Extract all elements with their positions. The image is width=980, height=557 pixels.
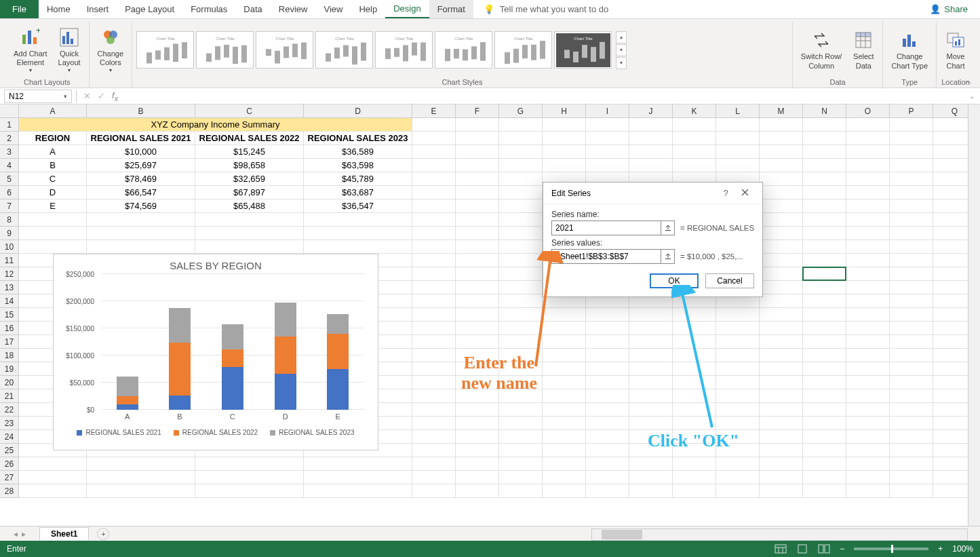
cell[interactable]	[499, 132, 543, 145]
cell[interactable]	[803, 172, 846, 186]
cell[interactable]	[499, 484, 543, 498]
cell[interactable]	[846, 240, 890, 254]
cell[interactable]	[629, 457, 673, 471]
cell[interactable]	[803, 240, 846, 254]
cell[interactable]: $10,000	[87, 145, 195, 159]
cell[interactable]	[412, 349, 456, 362]
row-header[interactable]: 12	[0, 267, 19, 281]
horizontal-scrollbar[interactable]	[591, 529, 968, 541]
cell[interactable]	[412, 199, 456, 213]
cell[interactable]	[456, 118, 499, 132]
cell[interactable]	[760, 240, 803, 254]
cell[interactable]: B	[19, 159, 87, 172]
chart-bar-segment[interactable]	[327, 334, 349, 369]
menu-tab-home[interactable]: Home	[39, 0, 79, 18]
cell[interactable]	[846, 335, 890, 349]
cell[interactable]	[543, 417, 586, 430]
chart-style-thumbnail[interactable]: Chart Title	[554, 31, 612, 69]
cell[interactable]	[586, 349, 629, 362]
cell[interactable]	[890, 430, 933, 444]
cell[interactable]	[803, 186, 846, 199]
cell[interactable]: $66,547	[87, 186, 195, 199]
cell[interactable]	[543, 159, 586, 172]
cell[interactable]	[846, 172, 890, 186]
cell[interactable]	[87, 457, 195, 471]
cell[interactable]: A	[19, 145, 87, 159]
cell[interactable]	[456, 199, 499, 213]
cell[interactable]	[499, 430, 543, 444]
cell[interactable]	[586, 308, 629, 322]
cell[interactable]	[803, 457, 846, 471]
cell[interactable]	[760, 349, 803, 362]
menu-tab-design[interactable]: Design	[385, 0, 429, 18]
cell[interactable]	[195, 457, 304, 471]
cell[interactable]	[499, 444, 543, 457]
chart-style-scroll-down[interactable]: ▾	[616, 44, 627, 56]
cell[interactable]	[499, 417, 543, 430]
row-header[interactable]: 26	[0, 457, 19, 471]
cell[interactable]	[890, 349, 933, 362]
cell[interactable]	[195, 213, 304, 227]
cell[interactable]	[803, 145, 846, 159]
row-header[interactable]: 13	[0, 281, 19, 294]
row-header[interactable]: 8	[0, 213, 19, 227]
cell[interactable]	[412, 294, 456, 308]
cell[interactable]	[19, 227, 87, 240]
cell[interactable]	[412, 186, 456, 199]
row-header[interactable]: 6	[0, 186, 19, 199]
collapse-ribbon-button[interactable]: ︿	[964, 76, 972, 86]
row-header[interactable]: 4	[0, 159, 19, 172]
cancel-formula-icon[interactable]: ✕	[83, 91, 91, 101]
cell[interactable]	[629, 349, 673, 362]
cell[interactable]	[586, 322, 629, 335]
cell[interactable]	[716, 132, 760, 145]
chart-bar-segment[interactable]	[275, 303, 296, 337]
cell[interactable]	[846, 457, 890, 471]
cell[interactable]	[456, 132, 499, 145]
cell[interactable]	[543, 484, 586, 498]
cell[interactable]	[412, 335, 456, 349]
cell[interactable]	[87, 213, 195, 227]
cell[interactable]	[846, 213, 890, 227]
cell[interactable]	[412, 403, 456, 417]
cell[interactable]	[716, 484, 760, 498]
cell[interactable]	[456, 484, 499, 498]
chart-bar-segment[interactable]	[275, 337, 296, 373]
chart-legend-item[interactable]: REGIONAL SALES 2023	[270, 429, 354, 436]
cell[interactable]	[716, 118, 760, 132]
vertical-scrollbar[interactable]	[968, 104, 980, 526]
cell[interactable]	[760, 376, 803, 389]
cell[interactable]	[890, 376, 933, 389]
cell[interactable]	[673, 471, 716, 484]
cell[interactable]	[499, 172, 543, 186]
chart-bar-segment[interactable]	[117, 404, 138, 410]
cell[interactable]	[586, 457, 629, 471]
cell[interactable]	[846, 118, 890, 132]
cell[interactable]	[760, 457, 803, 471]
cell[interactable]	[629, 417, 673, 430]
cell[interactable]	[760, 362, 803, 376]
menu-tab-format[interactable]: Format	[429, 0, 473, 18]
chart-style-thumbnail[interactable]: Chart Title	[196, 31, 254, 69]
cell[interactable]	[846, 403, 890, 417]
cell[interactable]	[499, 145, 543, 159]
cell[interactable]	[87, 227, 195, 240]
row-header[interactable]: 25	[0, 444, 19, 457]
cell[interactable]	[586, 484, 629, 498]
cell[interactable]	[629, 389, 673, 403]
cell[interactable]	[760, 444, 803, 457]
cell[interactable]	[456, 145, 499, 159]
cell[interactable]	[87, 471, 195, 484]
cell[interactable]	[890, 213, 933, 227]
cell[interactable]	[890, 199, 933, 213]
row-header[interactable]: 16	[0, 322, 19, 335]
cell[interactable]	[803, 376, 846, 389]
cell[interactable]	[629, 132, 673, 145]
row-header[interactable]: 21	[0, 389, 19, 403]
chart-legend-item[interactable]: REGIONAL SALES 2022	[174, 429, 258, 436]
cell[interactable]: E	[19, 199, 87, 213]
cell[interactable]	[673, 118, 716, 132]
cell[interactable]	[412, 362, 456, 376]
chart-style-thumbnail[interactable]: Chart Title	[256, 31, 313, 69]
row-header[interactable]: 10	[0, 240, 19, 254]
